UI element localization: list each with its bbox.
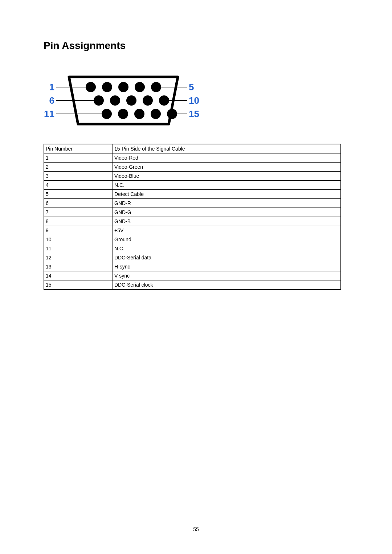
cell-pin-num: 10 (44, 235, 113, 244)
pin-label-11: 11 (44, 108, 54, 119)
cell-pin-desc: N.C. (113, 244, 341, 253)
pin-assignments-table: Pin Number 15-Pin Side of the Signal Cab… (44, 144, 341, 290)
svg-point-9 (143, 95, 153, 106)
svg-point-8 (126, 95, 136, 106)
pin-label-10: 10 (189, 95, 199, 106)
cell-pin-desc: V-sync (113, 271, 341, 280)
cell-pin-desc: N.C. (113, 181, 341, 190)
cell-pin-desc: GND-G (113, 208, 341, 217)
cell-pin-num: 3 (44, 172, 113, 181)
cell-pin-num: 15 (44, 280, 113, 290)
table-row: 12DDC-Serial data (44, 253, 341, 262)
cell-pin-num: 2 (44, 163, 113, 172)
pin-label-1: 1 (49, 82, 54, 93)
svg-point-13 (134, 109, 144, 119)
table-row: 2Video-Green (44, 163, 341, 172)
header-signal-cable: 15-Pin Side of the Signal Cable (113, 144, 341, 153)
cell-pin-num: 13 (44, 262, 113, 271)
cell-pin-desc: Video-Green (113, 163, 341, 172)
pin-label-15: 15 (189, 108, 199, 119)
svg-point-7 (110, 95, 120, 106)
table-row: 15DDC-Serial clock (44, 280, 341, 290)
svg-point-14 (151, 109, 161, 119)
pin-label-6: 6 (49, 95, 54, 106)
table-row: 3Video-Blue (44, 172, 341, 181)
cell-pin-num: 1 (44, 153, 113, 163)
table-row: 13H-sync (44, 262, 341, 271)
cell-pin-num: 4 (44, 181, 113, 190)
cell-pin-desc: Ground (113, 235, 341, 244)
cell-pin-num: 6 (44, 199, 113, 208)
cell-pin-desc: Video-Blue (113, 172, 341, 181)
cell-pin-desc: H-sync (113, 262, 341, 271)
cell-pin-num: 11 (44, 244, 113, 253)
page-number: 55 (0, 526, 392, 532)
table-row: 9+5V (44, 226, 341, 235)
cell-pin-desc: DDC-Serial data (113, 253, 341, 262)
table-row: 1Video-Red (44, 153, 341, 163)
pin-label-5: 5 (189, 82, 194, 93)
table-row: 6GND-R (44, 199, 341, 208)
table-header-row: Pin Number 15-Pin Side of the Signal Cab… (44, 144, 341, 153)
table-row: 7GND-G (44, 208, 341, 217)
cell-pin-desc: Detect Cable (113, 190, 341, 199)
cell-pin-num: 14 (44, 271, 113, 280)
table-row: 4N.C. (44, 181, 341, 190)
page-title: Pin Assignments (44, 40, 341, 52)
cell-pin-num: 9 (44, 226, 113, 235)
cell-pin-desc: GND-B (113, 217, 341, 226)
cell-pin-desc: +5V (113, 226, 341, 235)
table-row: 11N.C. (44, 244, 341, 253)
table-row: 10Ground (44, 235, 341, 244)
svg-point-2 (102, 82, 112, 92)
cell-pin-num: 5 (44, 190, 113, 199)
cell-pin-desc: GND-R (113, 199, 341, 208)
cell-pin-desc: Video-Red (113, 153, 341, 163)
cell-pin-desc: DDC-Serial clock (113, 280, 341, 290)
header-pin-number: Pin Number (44, 144, 113, 153)
cell-pin-num: 7 (44, 208, 113, 217)
connector-diagram: 1 5 6 10 11 15 (44, 70, 341, 133)
cell-pin-num: 8 (44, 217, 113, 226)
table-row: 14V-sync (44, 271, 341, 280)
table-row: 8GND-B (44, 217, 341, 226)
table-row: 5Detect Cable (44, 190, 341, 199)
svg-point-4 (135, 82, 145, 92)
svg-point-3 (118, 82, 128, 92)
cell-pin-num: 12 (44, 253, 113, 262)
svg-point-12 (118, 109, 128, 119)
